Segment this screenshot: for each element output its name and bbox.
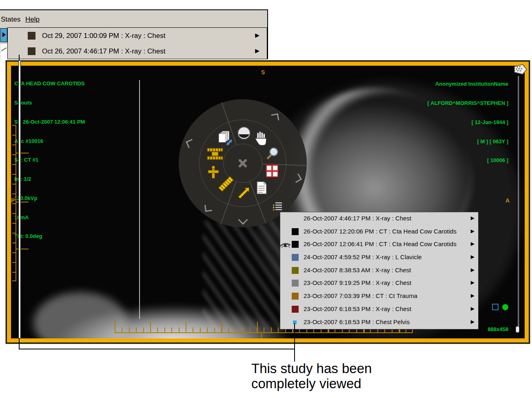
prior-studies-button[interactable] bbox=[0, 28, 7, 42]
study-label: Oct 29, 2007 1:00:09 PM : X-ray : Chest bbox=[42, 32, 165, 40]
study-dropdown-menu: Oct 29, 2007 1:00:09 PM : X-ray : Chest … bbox=[7, 27, 267, 59]
menu-item-study[interactable]: Oct 26, 2007 4:46:17 PM : X-ray : Chest … bbox=[8, 44, 267, 59]
menubar: States Help bbox=[0, 10, 267, 27]
study-color-swatch bbox=[292, 228, 299, 235]
callout-line bbox=[19, 338, 20, 349]
measure-ruler-icon[interactable] bbox=[218, 181, 234, 187]
submenu-arrow-icon: ▶ bbox=[471, 280, 474, 285]
chevron-ne-icon[interactable] bbox=[271, 113, 279, 122]
submenu-arrow-icon: ▶ bbox=[255, 32, 259, 38]
study-label: 23-Oct-2007 9:19:25 PM : X-ray : Chest bbox=[304, 279, 411, 286]
chevron-sw-icon[interactable] bbox=[204, 204, 212, 212]
status-dot-icon bbox=[502, 304, 508, 310]
submenu-arrow-icon: ▶ bbox=[471, 254, 474, 260]
overlay-study-info: CTA HEAD COW CAROTIDS Scouts St: 26-Oct-… bbox=[14, 68, 85, 252]
study-context-menu: 26-Oct-2007 4:46:17 PM : X-ray : Chest ▶… bbox=[280, 212, 479, 329]
study-color-swatch bbox=[292, 306, 299, 313]
overlay-line: [ ALFORD^MORRIS^STEPHEN ] bbox=[428, 100, 508, 107]
toolbar-button-partial[interactable] bbox=[0, 43, 7, 60]
menu-states[interactable]: States bbox=[1, 16, 20, 24]
context-menu-item[interactable]: 23-Oct-2007 6:18:53 PM : X-ray : Chest ▶ bbox=[280, 303, 478, 316]
stack-handle-icon[interactable] bbox=[514, 64, 528, 77]
context-menu-item[interactable]: 24-Oct-2007 4:59:52 PM : X-ray : L Clavi… bbox=[280, 251, 478, 264]
context-menu-item[interactable]: 26-Oct-2007 12:06:41 PM : CT : Cta Head … bbox=[280, 238, 478, 251]
callout-line bbox=[294, 323, 295, 362]
overlay-line: [ M ] [ 063Y ] bbox=[428, 138, 508, 145]
study-label: Oct 26, 2007 4:46:17 PM : X-ray : Chest bbox=[42, 47, 165, 56]
submenu-arrow-icon: ▶ bbox=[471, 293, 474, 298]
layout-grid-icon[interactable] bbox=[266, 165, 279, 179]
callout-line bbox=[19, 55, 20, 61]
pan-hand-icon[interactable] bbox=[254, 131, 268, 147]
overlay-line: CTA HEAD COW CAROTIDS bbox=[14, 80, 85, 87]
document-icon[interactable] bbox=[256, 181, 267, 196]
context-menu-item[interactable]: 24-Oct-2007 8:38:53 AM : X-ray : Chest ▶ bbox=[280, 264, 478, 277]
submenu-arrow-icon: ▶ bbox=[471, 306, 474, 311]
stack-slider-track[interactable] bbox=[518, 76, 518, 329]
menu-help-label: Help bbox=[25, 16, 40, 23]
submenu-arrow-icon: ▶ bbox=[255, 47, 259, 54]
overlay-line: Tilt: 0.0deg bbox=[14, 233, 85, 240]
overlay-line: Anonymized InstitutionName bbox=[428, 81, 508, 87]
study-color-swatch bbox=[292, 267, 299, 274]
magnify-icon[interactable] bbox=[265, 147, 279, 163]
submenu-arrow-icon: ▶ bbox=[471, 267, 474, 273]
stack-slider-track bbox=[519, 76, 519, 329]
callout-text: This study has been completely viewed bbox=[251, 361, 372, 391]
menu-help[interactable]: Help bbox=[25, 16, 40, 24]
callout-text-line: This study has been bbox=[251, 361, 372, 376]
context-menu-item[interactable]: 26-Oct-2007 4:46:17 PM : X-ray : Chest ▶ bbox=[280, 212, 478, 225]
study-label: 23-Oct-2007 7:03:39 PM : CT : Ct Trauma bbox=[304, 292, 417, 299]
study-label: 23-Oct-2007 6:18:53 PM : Chest Pelvis bbox=[304, 318, 410, 325]
study-label: 26-Oct-2007 12:20:06 PM : CT : Cta Head … bbox=[304, 228, 457, 235]
menu-item-study[interactable]: Oct 29, 2007 1:00:09 PM : X-ray : Chest … bbox=[8, 28, 267, 44]
diagonal-line-icon bbox=[1, 47, 7, 51]
context-menu-item[interactable]: 26-Oct-2007 12:20:06 PM : CT : Cta Head … bbox=[280, 225, 478, 238]
study-color-swatch bbox=[292, 293, 299, 300]
overlay-line: Se: CT #1 bbox=[14, 157, 85, 163]
annotate-arrow-icon[interactable] bbox=[236, 186, 250, 202]
xray-catheter-line bbox=[139, 80, 140, 319]
overlay-line: [ 10006 ] bbox=[428, 157, 508, 164]
submenu-arrow-icon: ▶ bbox=[471, 228, 474, 234]
window-level-icon[interactable] bbox=[237, 126, 251, 142]
study-color-swatch bbox=[28, 32, 35, 40]
study-label: 24-Oct-2007 4:59:52 PM : X-ray : L Clavi… bbox=[304, 253, 422, 260]
overlay-line: Im: 1/2 bbox=[14, 176, 85, 182]
context-list-icon[interactable] bbox=[273, 202, 282, 212]
overlay-line: 10mA bbox=[14, 214, 85, 221]
study-label: 26-Oct-2007 4:46:17 PM : X-ray : Chest bbox=[304, 215, 411, 222]
study-label: 26-Oct-2007 12:06:41 PM : CT : Cta Head … bbox=[304, 240, 457, 247]
overlay-patient-info: Anonymized InstitutionName [ ALFORD^MORR… bbox=[428, 68, 508, 176]
overlay-line: Scouts bbox=[14, 100, 85, 106]
callout-line bbox=[18, 61, 21, 338]
submenu-arrow-icon: ▶ bbox=[471, 215, 474, 221]
app-menu-window: States Help Oct 29, 2007 1:00:09 PM : X-… bbox=[0, 9, 268, 59]
context-menu-item[interactable]: 23-Oct-2007 6:18:53 PM : Chest Pelvis ▶ bbox=[280, 316, 478, 329]
overlay-line: St: 26-Oct-2007 12:06:41 PM bbox=[14, 119, 85, 125]
overlay-line: [ 12-Jan-1944 ] bbox=[428, 119, 508, 126]
stack-slider-end bbox=[516, 326, 519, 333]
study-color-swatch bbox=[28, 47, 35, 55]
table-position-icon[interactable] bbox=[207, 147, 223, 162]
orientation-anterior: A bbox=[505, 197, 510, 204]
callout-text-line: completely viewed bbox=[251, 376, 372, 391]
context-menu-item[interactable]: 23-Oct-2007 9:19:25 PM : X-ray : Chest ▶ bbox=[280, 277, 478, 290]
orientation-posterior: P bbox=[11, 197, 15, 204]
study-color-swatch bbox=[292, 280, 299, 287]
study-label: 24-Oct-2007 8:38:53 AM : X-ray : Chest bbox=[304, 267, 411, 273]
study-color-swatch bbox=[292, 241, 299, 248]
selection-square-icon bbox=[492, 304, 499, 310]
submenu-arrow-icon: ▶ bbox=[471, 241, 474, 247]
overlay-line: Acc #10016 bbox=[14, 138, 85, 145]
right-triangle-icon bbox=[2, 32, 6, 37]
eye-viewing-icon bbox=[279, 241, 291, 251]
orientation-superior: S bbox=[261, 69, 265, 76]
reference-cross-icon[interactable] bbox=[208, 165, 219, 181]
screenshot-stage: States Help Oct 29, 2007 1:00:09 PM : X-… bbox=[0, 0, 532, 398]
stack-scroll-icon[interactable] bbox=[217, 130, 234, 148]
study-label: 23-Oct-2007 6:18:53 PM : X-ray : Chest bbox=[304, 305, 411, 312]
context-menu-item[interactable]: 23-Oct-2007 7:03:39 PM : CT : Ct Trauma … bbox=[280, 290, 478, 303]
callout-line bbox=[19, 349, 295, 349]
submenu-arrow-icon: ▶ bbox=[471, 319, 474, 325]
